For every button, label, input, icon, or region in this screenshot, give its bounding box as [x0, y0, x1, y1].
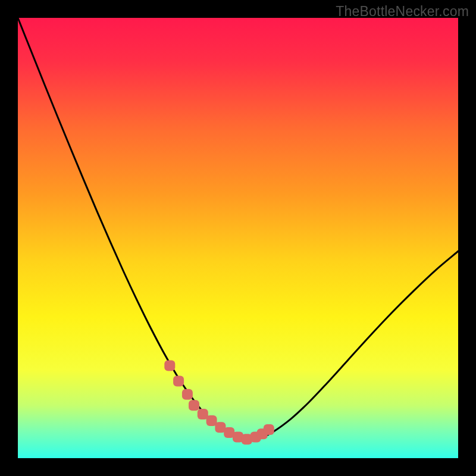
marker-points	[164, 361, 274, 445]
bottleneck-curve	[18, 18, 458, 439]
plot-area	[18, 18, 458, 458]
marker-point	[189, 400, 199, 411]
watermark-text: TheBottleNecker.com	[336, 4, 469, 20]
marker-point	[173, 376, 184, 387]
marker-point	[182, 389, 193, 400]
marker-point	[264, 424, 274, 435]
curve-layer	[18, 18, 458, 458]
chart-frame: TheBottleNecker.com	[0, 0, 476, 476]
marker-point	[164, 361, 175, 371]
